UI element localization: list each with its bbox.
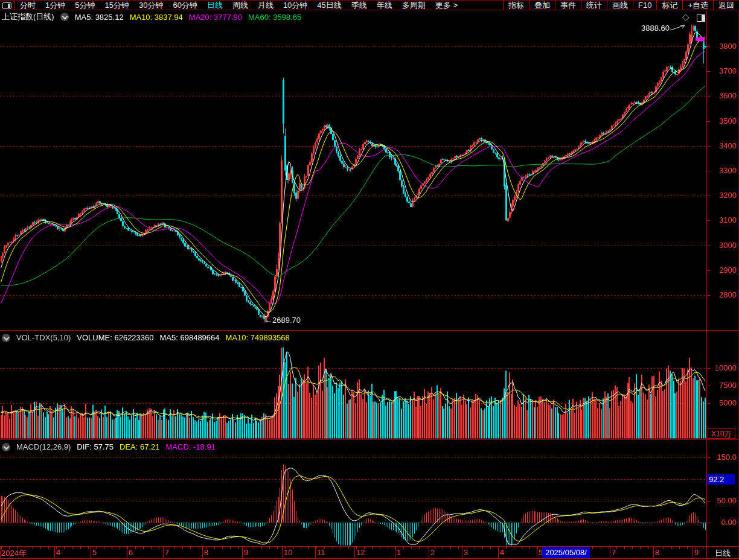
collapse-chevron-icon[interactable] [2,443,10,451]
month-separator [429,547,429,559]
volume-value: VOLUME: 626223360 [77,333,153,342]
button-add-watchlist[interactable]: +自选 [682,1,713,10]
chart-canvas[interactable] [0,0,739,560]
month-separator [693,547,693,559]
instrument-title: 上证指数(日线) [2,11,54,22]
volume-tick-label: 7500 [711,381,737,390]
menu-item-multi-period[interactable]: 多周期 [402,1,426,10]
month-separator [395,547,395,559]
topbar-divider [14,1,15,10]
volume-tick-label: 5000 [711,398,737,407]
price-tick-label: 3000 [711,241,737,250]
price-tick-label: 2800 [711,290,737,299]
macd-crosshair-value-tag: 92.2 [707,474,735,485]
menu-item-15min[interactable]: 15分钟 [104,1,129,10]
price-tick-label: 3100 [711,215,737,224]
price-tick-label: 3300 [711,166,737,175]
month-label: 10 [284,548,292,557]
month-label: 6 [129,548,133,557]
tdx-window: 分时1分钟5分钟15分钟30分钟60分钟日线周线月线10分钟45日线季线年线多周… [0,0,739,560]
split-pane-icon[interactable] [697,14,705,22]
month-separator [242,547,243,559]
price-tick-label: 2900 [711,266,737,275]
topbar-buttons: 指标叠加事件统计画线F10标记+自选返回 [503,1,739,10]
price-tick-label: 3700 [711,66,737,75]
month-label: 7 [165,548,169,557]
menu-item-10min[interactable]: 10分钟 [283,1,307,10]
month-separator [282,547,283,559]
month-separator [653,547,654,559]
layout-window-icon[interactable] [2,2,11,9]
price-tick-label: 3600 [711,91,737,100]
macd-tick-label: 0.00 [711,518,737,527]
macd-tick-label: 150.0 [711,453,737,462]
collapse-chevron-icon[interactable] [2,334,10,342]
ma5-value: MA5: 3825.12 [75,13,124,22]
menu-item-1min[interactable]: 1分钟 [45,1,65,10]
month-label: 12 [356,548,365,557]
month-separator [54,547,55,559]
month-separator [163,547,164,559]
diamond-marker-icon[interactable]: ◇ [682,12,689,21]
month-label: 9 [244,548,248,557]
price-tick-label: 3200 [711,191,737,200]
month-label: 3 [464,548,468,557]
month-label: 9 [694,548,699,557]
month-label: 4 [56,548,60,557]
macd-indicator-name: MACD(12,26,9) [16,442,71,451]
ma10-value: MA10: 3837.94 [130,13,183,22]
price-tick-label: 3500 [711,116,737,126]
button-mark[interactable]: 标记 [656,1,682,10]
button-event[interactable]: 事件 [555,1,581,10]
menu-item-daily[interactable]: 日线 [207,1,223,10]
button-statistics[interactable]: 统计 [581,1,607,10]
month-separator [202,547,203,559]
menu-item-weekly[interactable]: 周线 [232,1,248,10]
volume-indicator-name: VOL-TDX(5,10) [16,333,71,342]
main-chart-header: 上证指数(日线) MA5: 3825.12 MA10: 3837.94 MA20… [2,11,301,22]
price-tick-label: 3800 [711,42,737,51]
button-indicator[interactable]: 指标 [503,1,529,10]
button-f10[interactable]: F10 [633,1,656,10]
period-menu: 分时1分钟5分钟15分钟30分钟60分钟日线周线月线10分钟45日线季线年线多周… [20,1,458,10]
button-overlay[interactable]: 叠加 [529,1,555,10]
menu-item-60min[interactable]: 60分钟 [173,1,197,10]
menu-item-time-share[interactable]: 分时 [20,1,36,10]
menu-item-more[interactable]: 更多 > [435,1,458,10]
macd-pane-header: MACD(12,26,9) DIF: 57.75 DEA: 67.21 MACD… [2,442,216,451]
month-separator [91,547,91,559]
volume-ma10-value: MA10: 749893568 [226,333,290,342]
menu-item-45day[interactable]: 45日线 [317,1,341,10]
month-separator [354,547,355,559]
ma60-value: MA60: 3598.65 [248,13,301,22]
month-separator [610,547,610,559]
month-label: 8 [204,548,208,557]
month-label: 8 [655,548,659,557]
menu-item-5min[interactable]: 5分钟 [75,1,95,10]
month-label: 4 [500,548,504,557]
macd-tick-label: 50.00 [711,496,737,505]
volume-pane-header: VOL-TDX(5,10) VOLUME: 626223360 MA5: 698… [2,333,290,342]
month-label: 11 [317,548,325,557]
month-separator [537,547,537,559]
collapse-chevron-icon[interactable] [60,13,69,21]
button-draw-line[interactable]: 画线 [607,1,633,10]
month-label: 5 [92,548,97,557]
menu-item-monthly[interactable]: 月线 [258,1,274,10]
topbar: 分时1分钟5分钟15分钟30分钟60分钟日线周线月线10分钟45日线季线年线多周… [0,0,739,10]
price-tick-label: 3400 [711,141,737,150]
month-label: 2024年 [1,548,27,559]
month-separator [315,547,316,559]
dif-value: DIF: 57.75 [77,442,114,451]
menu-item-30min[interactable]: 30分钟 [139,1,163,10]
menu-item-quarterly[interactable]: 季线 [351,1,367,10]
button-back[interactable]: 返回 [713,1,739,10]
volume-unit-label: X10万 [708,428,735,439]
month-separator [462,547,462,559]
month-label: 1 [397,548,401,557]
month-separator [498,547,499,559]
macd-value: MACD: -18.91 [166,442,216,451]
menu-item-yearly[interactable]: 年线 [377,1,392,10]
latest-price-tag [696,37,705,41]
month-separator [127,547,127,559]
